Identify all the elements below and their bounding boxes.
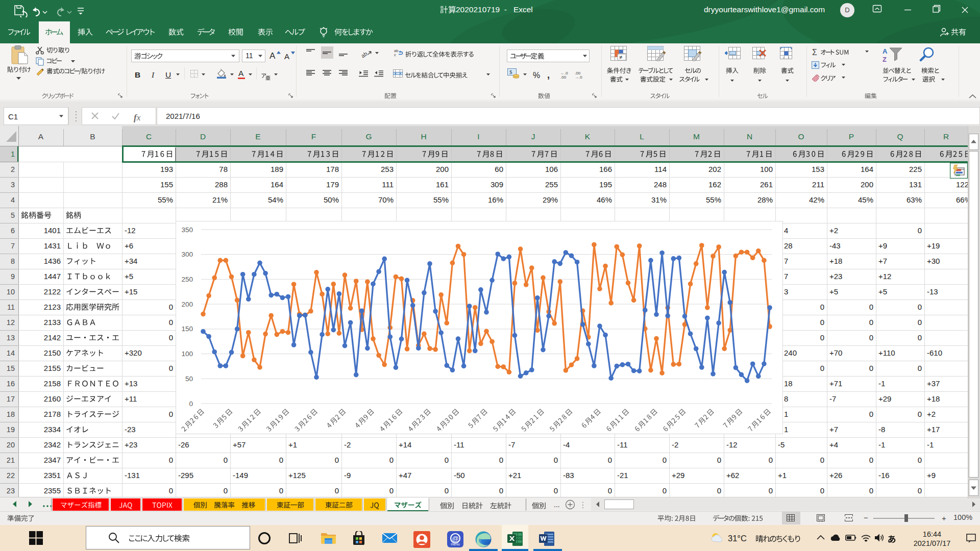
svg-text:250: 250 bbox=[181, 276, 193, 283]
svg-text:100: 100 bbox=[181, 350, 193, 358]
svg-text:≠: ≠ bbox=[619, 54, 622, 60]
svg-text:menu: menu bbox=[451, 542, 460, 546]
svg-text:@: @ bbox=[452, 535, 458, 542]
svg-text:Z: Z bbox=[883, 56, 887, 63]
svg-text:50: 50 bbox=[185, 375, 193, 383]
svg-text:→.0: →.0 bbox=[575, 75, 582, 79]
svg-text:c: c bbox=[394, 53, 396, 57]
svg-text:ab: ab bbox=[360, 51, 369, 58]
svg-text:150: 150 bbox=[181, 325, 193, 333]
svg-text:.00: .00 bbox=[560, 75, 567, 79]
svg-text:350: 350 bbox=[181, 226, 193, 234]
svg-text:200: 200 bbox=[181, 300, 193, 308]
svg-text:0: 0 bbox=[189, 400, 193, 408]
svg-text:300: 300 bbox=[181, 251, 193, 258]
svg-text:$: $ bbox=[509, 69, 512, 75]
svg-text:A: A bbox=[883, 47, 888, 55]
